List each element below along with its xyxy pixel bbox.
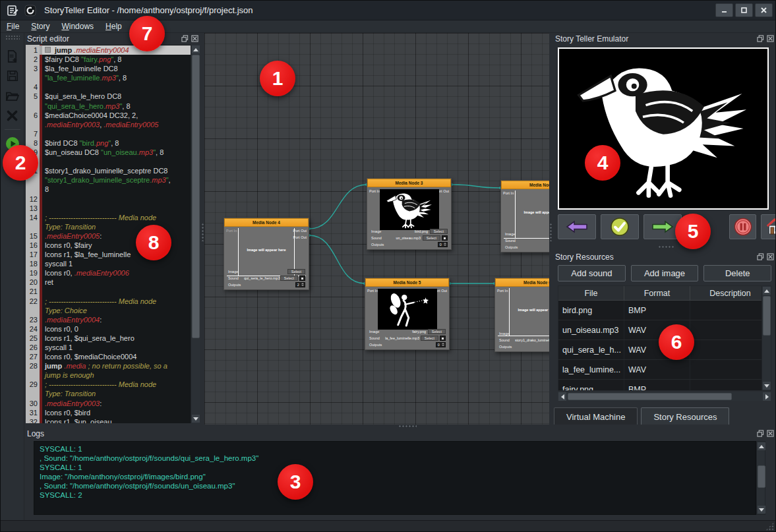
node-title[interactable]: Media Node 5: [365, 278, 449, 287]
select-button[interactable]: Select: [280, 276, 298, 281]
float-panel-icon[interactable]: [757, 430, 764, 437]
table-cell[interactable]: [690, 320, 771, 340]
node-title[interactable]: Media Node 2: [501, 181, 549, 189]
toolbar-drag-handle[interactable]: [5, 35, 20, 41]
menu-help[interactable]: Help: [100, 21, 128, 32]
port-in[interactable]: Port In: [367, 289, 378, 293]
code-line[interactable]: jump is enough: [26, 370, 191, 380]
table-hscrollbar-thumb[interactable]: [568, 393, 732, 400]
code-line[interactable]: 25lcons r1, $qui_sera_le_hero: [26, 334, 191, 343]
node-title[interactable]: Media Node 6: [495, 278, 549, 287]
table-cell[interactable]: [690, 360, 771, 379]
table-cell[interactable]: la_fee_lumine...: [558, 360, 624, 379]
close-panel-icon[interactable]: [767, 253, 774, 260]
table-cell[interactable]: fairy.png: [558, 380, 624, 391]
code-line[interactable]: 28jump .media ; no return possible, so a: [26, 361, 191, 370]
add-sound-button[interactable]: Add sound: [558, 265, 626, 281]
tab-story-resources[interactable]: Story Resources: [641, 407, 729, 425]
title-bar[interactable]: StoryTeller Editor - /home/anthony/ostpr…: [1, 1, 776, 20]
column-header-description[interactable]: Description: [690, 286, 771, 300]
media-node[interactable]: Media Node 2Port InImage will appear her…: [500, 180, 549, 252]
code-editor[interactable]: 1jump .mediaEntry00042$fairy DC8 "fairy.…: [26, 45, 200, 423]
select-button[interactable]: Select: [428, 329, 446, 334]
new-file-button[interactable]: [3, 47, 22, 65]
code-line[interactable]: Type: Transition: [26, 389, 191, 398]
table-row[interactable]: bird.pngBMP: [558, 301, 771, 320]
menu-windows[interactable]: Windows: [55, 21, 100, 32]
close-project-button[interactable]: [3, 106, 22, 125]
code-line[interactable]: 9$un_oiseau DC8 "un_oiseau.mp3", 8: [26, 148, 191, 157]
editor-scrollbar[interactable]: [191, 45, 200, 423]
code-line[interactable]: 22; ---------------------------- Media n…: [26, 297, 191, 306]
menu-story[interactable]: Story: [25, 21, 55, 32]
select-button[interactable]: Select: [287, 269, 305, 274]
select-button[interactable]: Select: [421, 336, 438, 341]
open-folder-button[interactable]: [3, 86, 22, 105]
pause-button[interactable]: [729, 214, 756, 239]
code-line[interactable]: 27lcons r0, $mediaChoice0004: [26, 352, 191, 361]
code-line[interactable]: 14; ---------------------------- Media n…: [26, 213, 191, 222]
media-node[interactable]: Media Node 6Port InImage will appear her…: [494, 278, 549, 352]
code-line[interactable]: 24lcons r0, 0: [26, 324, 191, 334]
scroll-down-arrow[interactable]: [192, 415, 200, 423]
media-node[interactable]: Media Node 4Port InPort OutPort OutImage…: [224, 218, 309, 290]
minimize-button[interactable]: [715, 3, 733, 17]
float-panel-icon[interactable]: [181, 35, 189, 42]
table-cell[interactable]: [690, 340, 771, 359]
code-line[interactable]: 8$bird DC8 "bird.png", 8: [26, 138, 191, 148]
float-panel-icon[interactable]: [757, 253, 764, 260]
close-panel-icon[interactable]: [767, 430, 774, 437]
scroll-up-arrow[interactable]: [758, 442, 765, 450]
code-line[interactable]: 3$la_fee_luminelle DC8: [26, 64, 191, 73]
table-row[interactable]: fairy.pngBMP: [558, 380, 771, 391]
select-button[interactable]: Select: [430, 229, 448, 234]
code-line[interactable]: 19lcons r0, .mediaEntry0006: [26, 268, 191, 278]
play-sound-icon[interactable]: [299, 276, 305, 281]
log-scrollbar[interactable]: [756, 441, 765, 515]
code-line[interactable]: 6$mediaChoice0004 DC32, 2,: [26, 111, 191, 120]
float-panel-icon[interactable]: [757, 35, 764, 42]
code-line[interactable]: 32lcons r1, $un_oiseau: [26, 417, 191, 423]
home-button[interactable]: [761, 214, 776, 239]
table-cell[interactable]: bird.png: [558, 301, 624, 320]
scroll-down-arrow[interactable]: [758, 506, 765, 514]
code-line[interactable]: 18syscall 1: [26, 259, 191, 268]
splitter-emulator-resources[interactable]: [658, 245, 675, 249]
table-cell[interactable]: qui_sera_le_h...: [558, 340, 624, 359]
column-header-format[interactable]: Format: [624, 286, 690, 300]
code-line[interactable]: 26syscall 1: [26, 343, 191, 352]
code-line[interactable]: 29; ---------------------------- Media n…: [26, 380, 191, 389]
close-panel-icon[interactable]: [767, 35, 774, 42]
code-line[interactable]: 1jump .mediaEntry0004: [26, 45, 191, 55]
code-line[interactable]: 2$fairy DC8 "fairy.png", 8: [26, 55, 191, 64]
code-line[interactable]: "story1_drako_luminelle_sceptre.mp3",: [26, 175, 191, 185]
resize-grip[interactable]: [765, 522, 774, 531]
scroll-up-arrow[interactable]: [763, 287, 771, 295]
play-sound-icon[interactable]: [442, 235, 448, 241]
outputs-spinbox[interactable]: 2: [295, 282, 305, 287]
outputs-spinbox[interactable]: 0: [436, 342, 446, 347]
table-cell[interactable]: un_oiseau.mp3: [558, 320, 624, 340]
code-line[interactable]: 30.mediaEntry0003:: [26, 399, 191, 408]
code-line[interactable]: 21: [26, 287, 191, 296]
scroll-down-arrow[interactable]: [763, 382, 771, 390]
editor-scrollbar-thumb[interactable]: [192, 55, 200, 338]
select-button[interactable]: Select: [423, 235, 440, 241]
delete-button[interactable]: Delete: [703, 265, 771, 281]
code-line[interactable]: Type: Choice: [26, 306, 191, 315]
column-header-file[interactable]: File: [558, 286, 624, 300]
table-cell[interactable]: [690, 301, 771, 320]
code-line[interactable]: 13: [26, 204, 191, 213]
code-line[interactable]: "qui_sera_le_hero.mp3", 8: [26, 102, 191, 111]
close-panel-icon[interactable]: [191, 35, 198, 42]
close-button[interactable]: [755, 3, 773, 17]
table-cell[interactable]: BMP: [624, 301, 690, 320]
log-scrollbar-thumb[interactable]: [758, 465, 765, 488]
code-line[interactable]: 5$qui_sera_le_hero DC8: [26, 92, 191, 101]
scroll-up-arrow[interactable]: [192, 45, 200, 53]
scroll-right-arrow[interactable]: [763, 392, 771, 401]
code-line[interactable]: 31lcons r0, $bird: [26, 408, 191, 417]
save-button[interactable]: [3, 67, 22, 85]
ok-button[interactable]: [601, 214, 639, 239]
code-line[interactable]: .mediaEntry0003, .mediaEntry0005: [26, 120, 191, 129]
